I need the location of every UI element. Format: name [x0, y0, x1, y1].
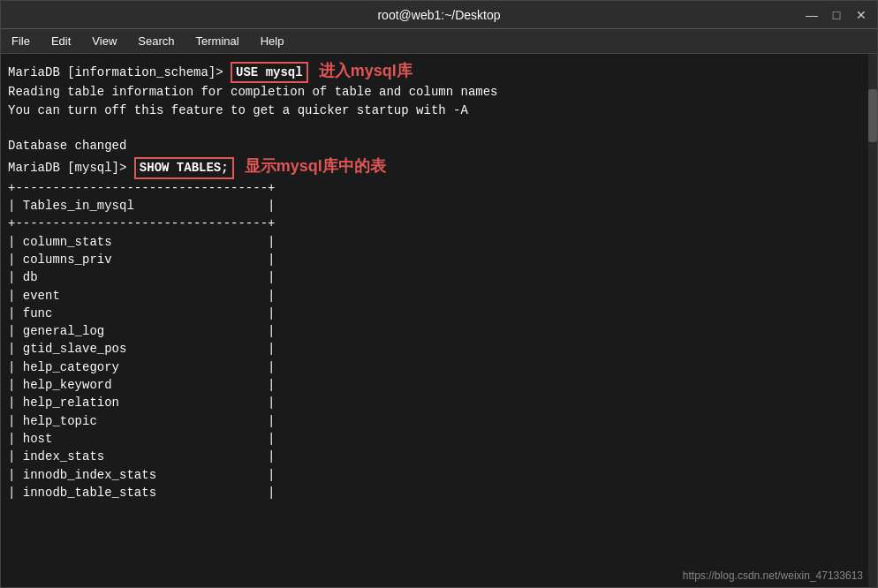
- annotation-use-mysql: 进入mysql库: [319, 59, 413, 82]
- table-row: | event |: [8, 287, 870, 305]
- table-row: | help_topic |: [8, 412, 870, 430]
- command-use-mysql: USE mysql: [231, 62, 308, 83]
- table-row: | help_keyword |: [8, 376, 870, 394]
- window-title: root@web1:~/Desktop: [377, 8, 500, 22]
- divider-mid-text: +----------------------------------+: [8, 215, 275, 232]
- table-row: | db |: [8, 268, 870, 286]
- menu-bar: File Edit View Search Terminal Help: [1, 29, 877, 54]
- table-header: | Tables_in_mysql |: [8, 197, 870, 215]
- table-row: | innodb_table_stats |: [8, 484, 870, 501]
- command-line-1: MariaDB [information_schema]> USE mysql …: [8, 59, 870, 83]
- close-button[interactable]: ✕: [852, 6, 870, 24]
- header-text: | Tables_in_mysql |: [8, 197, 275, 215]
- menu-file[interactable]: File: [8, 33, 34, 49]
- menu-view[interactable]: View: [88, 33, 120, 49]
- info-line-2: You can turn off this feature to get a q…: [8, 102, 870, 119]
- table-divider-mid: +----------------------------------+: [8, 215, 870, 232]
- db-changed-line: Database changed: [8, 137, 870, 155]
- command-show-tables: SHOW TABLES;: [134, 157, 234, 178]
- table-row: | host |: [8, 430, 870, 448]
- table-row: | columns_priv |: [8, 251, 870, 268]
- menu-search[interactable]: Search: [134, 33, 178, 49]
- title-bar: root@web1:~/Desktop — □ ✕: [1, 1, 877, 29]
- terminal-body[interactable]: MariaDB [information_schema]> USE mysql …: [1, 54, 877, 587]
- info-text-1: Reading table information for completion…: [8, 83, 498, 101]
- table-row: | column_stats |: [8, 233, 870, 251]
- table-row: | index_stats |: [8, 448, 870, 465]
- maximize-button[interactable]: □: [828, 6, 845, 24]
- prompt-2: MariaDB [mysql]>: [8, 159, 126, 177]
- table-row: | help_category |: [8, 358, 870, 376]
- scrollbar[interactable]: [868, 54, 877, 587]
- menu-terminal[interactable]: Terminal: [193, 33, 243, 49]
- minimize-button[interactable]: —: [803, 6, 821, 24]
- scrollbar-thumb[interactable]: [868, 89, 877, 142]
- info-line-1: Reading table information for completion…: [8, 83, 870, 101]
- table-row: | innodb_index_stats |: [8, 466, 870, 484]
- table-row: | gtid_slave_pos |: [8, 340, 870, 358]
- table-divider-top: +----------------------------------+: [8, 179, 870, 197]
- annotation-show-tables: 显示mysql库中的表: [245, 155, 386, 177]
- menu-help[interactable]: Help: [257, 33, 288, 49]
- terminal-window: root@web1:~/Desktop — □ ✕ File Edit View…: [0, 0, 878, 588]
- divider-text: +----------------------------------+: [8, 179, 275, 197]
- table-row: | help_relation |: [8, 394, 870, 411]
- info-text-2: You can turn off this feature to get a q…: [8, 102, 468, 119]
- prompt-1: MariaDB [information_schema]>: [8, 64, 223, 81]
- table-row: | func |: [8, 305, 870, 322]
- command-line-2: MariaDB [mysql]> SHOW TABLES; 显示mysql库中的…: [8, 155, 870, 178]
- window-controls: — □ ✕: [803, 6, 870, 24]
- table-row: | general_log |: [8, 322, 870, 340]
- db-changed-text: Database changed: [8, 137, 126, 155]
- empty-line: [8, 119, 870, 137]
- watermark: https://blog.csdn.net/weixin_47133613: [683, 569, 863, 582]
- menu-edit[interactable]: Edit: [48, 33, 74, 49]
